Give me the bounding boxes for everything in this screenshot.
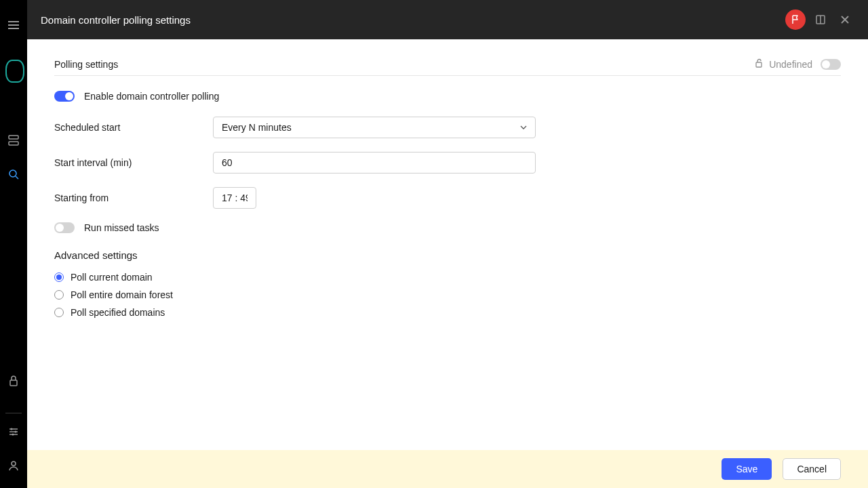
search-icon[interactable] bbox=[7, 168, 20, 180]
enable-polling-row: Enable domain controller polling bbox=[54, 91, 841, 102]
panel-title: Domain controller polling settings bbox=[41, 14, 191, 26]
close-button[interactable] bbox=[835, 10, 854, 29]
run-missed-label: Run missed tasks bbox=[84, 222, 159, 233]
start-interval-row: Start interval (min) bbox=[54, 152, 841, 174]
section-header: Polling settings Undefined bbox=[54, 58, 841, 76]
enable-polling-toggle[interactable] bbox=[54, 91, 75, 102]
radio-label: Poll current domain bbox=[71, 272, 153, 283]
section-title: Polling settings bbox=[54, 59, 118, 70]
radio-label: Poll entire domain forest bbox=[71, 289, 173, 300]
run-missed-row: Run missed tasks bbox=[54, 222, 841, 233]
bookmark-icon[interactable] bbox=[811, 10, 830, 29]
svg-rect-1 bbox=[9, 142, 18, 145]
starting-from-row: Starting from bbox=[54, 187, 841, 209]
nav-divider bbox=[5, 413, 22, 413]
svg-rect-3 bbox=[10, 380, 17, 386]
sliders-icon[interactable] bbox=[7, 426, 20, 438]
left-nav-rail bbox=[0, 0, 27, 488]
run-missed-toggle[interactable] bbox=[54, 222, 75, 233]
chevron-down-icon bbox=[520, 124, 527, 131]
settings-panel: Domain controller polling settings Polli… bbox=[27, 0, 868, 488]
svg-rect-0 bbox=[9, 136, 18, 139]
svg-point-2 bbox=[9, 170, 16, 177]
panel-footer: Save Cancel bbox=[27, 450, 868, 488]
save-button[interactable]: Save bbox=[722, 458, 772, 480]
flag-button[interactable] bbox=[785, 9, 806, 30]
svg-point-4 bbox=[11, 428, 13, 430]
starting-from-label: Starting from bbox=[54, 192, 213, 203]
enable-polling-label: Enable domain controller polling bbox=[84, 91, 219, 102]
starting-from-input[interactable] bbox=[213, 187, 256, 209]
start-interval-input[interactable] bbox=[213, 152, 536, 174]
unlock-icon bbox=[754, 58, 764, 70]
scheduled-start-select[interactable]: Every N minutes bbox=[213, 117, 536, 138]
radio-icon bbox=[54, 308, 64, 317]
panel-header: Domain controller polling settings bbox=[27, 0, 868, 39]
lock-status-label: Undefined bbox=[769, 59, 812, 70]
hamburger-icon[interactable] bbox=[7, 19, 20, 31]
radio-option-0[interactable]: Poll current domain bbox=[54, 272, 841, 283]
svg-point-6 bbox=[12, 434, 14, 436]
lock-status: Undefined bbox=[754, 58, 841, 70]
lock-toggle[interactable] bbox=[821, 59, 841, 70]
lock-icon[interactable] bbox=[7, 375, 20, 387]
radio-label: Poll specified domains bbox=[71, 307, 165, 318]
radio-option-2[interactable]: Poll specified domains bbox=[54, 307, 841, 318]
radio-icon bbox=[54, 272, 64, 282]
cancel-button[interactable]: Cancel bbox=[783, 458, 841, 480]
radio-option-1[interactable]: Poll entire domain forest bbox=[54, 289, 841, 300]
svg-point-5 bbox=[15, 431, 17, 433]
start-interval-label: Start interval (min) bbox=[54, 157, 213, 168]
server-icon[interactable] bbox=[7, 134, 20, 146]
radio-icon bbox=[54, 290, 64, 300]
panel-body: Polling settings Undefined Enable domain… bbox=[27, 39, 868, 450]
shield-icon bbox=[5, 60, 24, 83]
user-icon[interactable] bbox=[7, 460, 20, 472]
scheduled-start-value: Every N minutes bbox=[222, 122, 292, 133]
advanced-title: Advanced settings bbox=[54, 249, 841, 261]
svg-point-7 bbox=[12, 462, 16, 466]
scheduled-start-row: Scheduled start Every N minutes bbox=[54, 117, 841, 138]
scheduled-start-label: Scheduled start bbox=[54, 122, 213, 133]
svg-rect-9 bbox=[756, 62, 762, 67]
